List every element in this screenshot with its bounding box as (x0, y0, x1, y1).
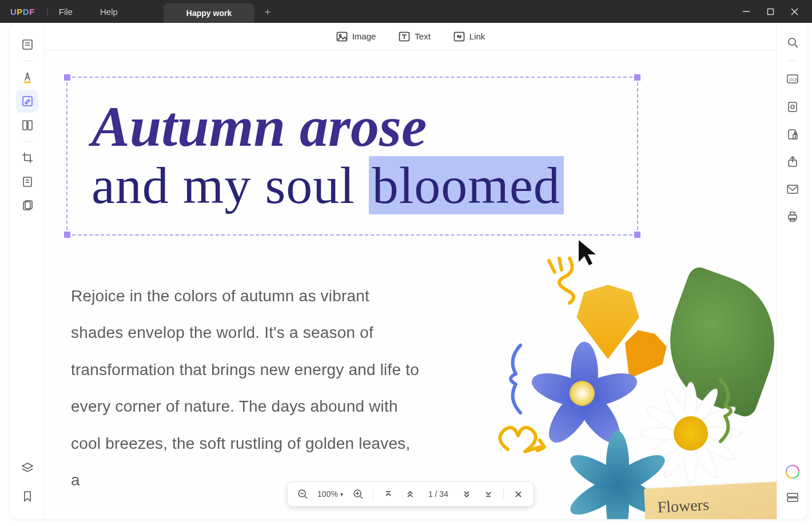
close-icon (791, 8, 798, 15)
heading-block[interactable]: Autumn arose and my soul bloomed (91, 98, 629, 213)
zoom-level[interactable]: 100% ▾ (317, 489, 343, 499)
mail-button[interactable] (781, 178, 804, 201)
right-toolbar: OCR (777, 23, 807, 519)
selection-handle-tr[interactable] (634, 74, 640, 81)
stamp-tool[interactable] (16, 194, 39, 217)
protect-button[interactable] (781, 123, 804, 146)
svg-rect-26 (789, 215, 797, 220)
minimize-icon (742, 7, 750, 15)
yellow-squiggle-icon (542, 256, 588, 308)
svg-rect-10 (23, 177, 31, 186)
maximize-icon (767, 8, 774, 15)
first-page-button[interactable] (381, 487, 395, 501)
svg-rect-20 (789, 102, 797, 111)
sticky-note-sub: · style yellow (658, 517, 777, 519)
window-maximize-button[interactable] (758, 0, 782, 23)
body-paragraph[interactable]: Rejoice in the colors of autumn as vibra… (71, 278, 420, 499)
next-page-button[interactable] (460, 487, 473, 501)
title-bar: UPDF | File Help Happy work ＋ (0, 0, 812, 23)
comment-tool[interactable] (16, 66, 39, 89)
last-page-button[interactable] (481, 487, 495, 501)
menu-help[interactable]: Help (100, 7, 118, 17)
close-pager-button[interactable] (512, 487, 526, 501)
insert-link-tool[interactable]: Link (453, 31, 485, 42)
window-minimize-button[interactable] (734, 0, 758, 23)
app-logo: UPDF (10, 7, 35, 17)
chevron-down-icon: ▾ (340, 491, 343, 497)
svg-line-17 (795, 45, 798, 47)
zoom-text: 100% (317, 489, 338, 499)
heading-line2-highlight: bloomed (369, 156, 564, 214)
updf-ai-icon[interactable] (785, 464, 800, 479)
heading-line1: Autumn arose (91, 98, 629, 156)
selection-handle-br[interactable] (634, 232, 640, 238)
search-button[interactable] (781, 31, 804, 54)
print-button[interactable] (781, 205, 804, 228)
crop-tool[interactable] (16, 146, 39, 169)
layers-button[interactable] (16, 456, 39, 479)
left-toolbar (10, 23, 45, 519)
svg-rect-29 (787, 493, 798, 497)
document-tab-title: Happy work (186, 9, 232, 18)
insert-text-label: Text (415, 31, 431, 41)
reader-tool[interactable] (16, 33, 39, 56)
insert-image-label: Image (352, 31, 376, 41)
insert-link-label: Link (469, 31, 485, 41)
svg-rect-30 (787, 498, 798, 501)
svg-rect-4 (23, 40, 32, 49)
document-canvas[interactable]: Autumn arose and my soul bloomed Rejoice… (45, 50, 777, 519)
svg-marker-15 (22, 463, 33, 469)
form-tool[interactable] (16, 170, 39, 193)
prev-page-button[interactable] (403, 487, 417, 501)
app-frame: OCR Image Text Link (10, 23, 807, 519)
menu-file[interactable]: File (59, 7, 73, 17)
heading-line2-plain: and my soul (91, 156, 369, 214)
svg-text:OCR: OCR (789, 78, 798, 82)
svg-rect-25 (787, 185, 798, 193)
svg-point-21 (791, 105, 794, 109)
selection-handle-tl[interactable] (64, 74, 70, 81)
body-text-highlight: corner of nature. (115, 388, 234, 425)
bookmark-button[interactable] (16, 485, 39, 508)
compress-button[interactable] (781, 95, 804, 118)
page-tool[interactable] (16, 114, 39, 137)
heading-line2: and my soul bloomed (91, 158, 629, 213)
svg-line-37 (305, 496, 307, 499)
page-indicator[interactable]: 1 / 34 (425, 489, 452, 499)
insert-text-tool[interactable]: Text (399, 31, 431, 42)
heart-doodle-icon (491, 416, 554, 473)
floral-image: Flowers · style yellow (491, 256, 777, 519)
edit-tool[interactable] (16, 90, 39, 113)
selection-handle-bl[interactable] (64, 232, 70, 238)
svg-line-41 (360, 496, 363, 499)
zoom-out-button[interactable] (296, 487, 309, 501)
document-tab[interactable]: Happy work (164, 3, 254, 23)
svg-rect-8 (23, 121, 27, 130)
text-icon (399, 31, 410, 42)
separator: | (46, 7, 49, 17)
share-button[interactable] (781, 150, 804, 173)
insert-tool-row: Image Text Link (45, 23, 777, 50)
link-icon (453, 31, 465, 42)
sticky-note-title: Flowers (657, 492, 775, 517)
svg-rect-1 (767, 9, 773, 14)
ocr-button[interactable]: OCR (781, 68, 804, 91)
plus-icon: ＋ (262, 5, 273, 18)
svg-rect-9 (28, 121, 32, 130)
panels-button[interactable] (781, 486, 804, 509)
new-tab-button[interactable]: ＋ (258, 2, 277, 21)
image-icon (336, 31, 348, 42)
svg-point-16 (789, 38, 795, 45)
zoom-in-button[interactable] (351, 487, 365, 501)
insert-image-tool[interactable]: Image (336, 31, 376, 42)
green-brace-icon (714, 376, 742, 445)
page-controls: 100% ▾ 1 / 34 (287, 481, 534, 507)
svg-rect-27 (790, 212, 795, 215)
window-close-button[interactable] (782, 0, 806, 23)
